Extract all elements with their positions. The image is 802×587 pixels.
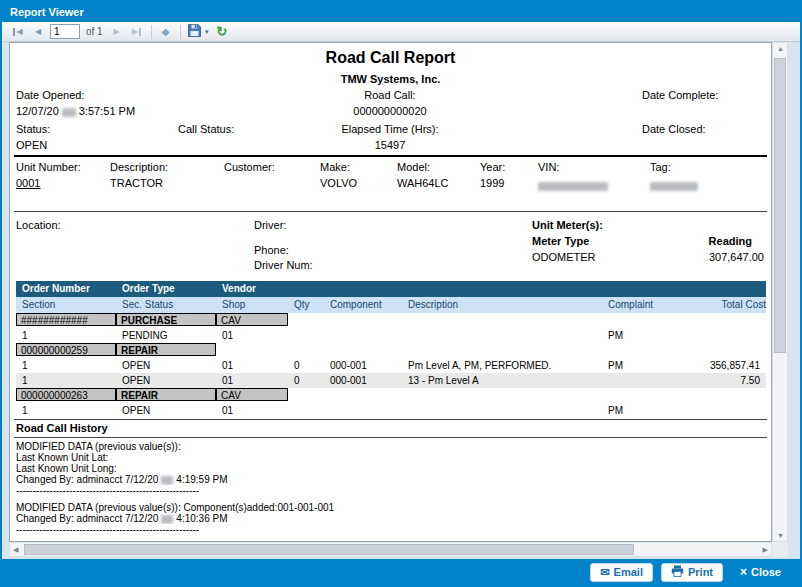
title-bar: Report Viewer xyxy=(2,2,800,22)
parent-report-button[interactable]: ◆ xyxy=(158,24,174,40)
complaint-cell: PM xyxy=(608,328,623,343)
divider xyxy=(14,155,767,157)
toolbar-separator xyxy=(180,25,181,39)
table-row: 1 OPEN 01 PM xyxy=(10,403,772,418)
email-icon: ✉ xyxy=(600,566,609,579)
history-line: Changed By: adminacct 7/12/204:19:59 PM xyxy=(16,474,764,485)
email-button[interactable]: ✉ Email xyxy=(590,563,653,582)
sec-status-cell: OPEN xyxy=(122,403,150,418)
history-separator: ----------------------------------------… xyxy=(16,485,764,496)
orders-column-header: Section Sec. Status Shop Qty Component D… xyxy=(16,297,766,313)
make-label: Make: xyxy=(320,161,350,173)
component-cell: 000-001 xyxy=(330,373,367,388)
phone-label: Phone: xyxy=(254,244,289,256)
order-type-cell: REPAIR xyxy=(116,388,216,401)
location-label: Location: xyxy=(16,219,61,231)
unit-number-label: Unit Number: xyxy=(16,161,81,173)
report-page: Road Call Report TMW Systems, Inc. Date … xyxy=(9,42,772,542)
order-number-link[interactable]: ############ xyxy=(16,313,116,326)
vertical-scrollbar[interactable]: ▲ ▼ xyxy=(772,42,788,542)
table-row: 1 PENDING 01 PM xyxy=(10,328,772,343)
call-status-label: Call Status: xyxy=(178,123,234,135)
chevron-down-icon: ▼ xyxy=(204,29,210,35)
driver-label: Driver: xyxy=(254,219,286,231)
vertical-scrollbar-thumb[interactable] xyxy=(774,58,786,353)
model-value: WAH64LC xyxy=(397,177,449,189)
section-cell: 1 xyxy=(22,403,28,418)
scroll-left-icon[interactable]: ◀ xyxy=(13,546,18,554)
year-label: Year: xyxy=(480,161,505,173)
date-complete-label: Date Complete: xyxy=(642,89,718,101)
page-count-label: of 1 xyxy=(84,26,105,37)
elapsed-time-value: 15497 xyxy=(270,139,510,151)
divider xyxy=(14,419,767,420)
redacted-text xyxy=(161,515,173,524)
description-cell: 13 - Pm Level A xyxy=(408,373,479,388)
unit-number-link[interactable]: 0001 xyxy=(16,177,40,189)
horizontal-scrollbar-thumb[interactable] xyxy=(24,544,634,555)
unit-description-value: TRACTOR xyxy=(110,177,163,189)
page-number-input[interactable] xyxy=(50,24,80,39)
first-page-button[interactable]: ◀ xyxy=(10,24,26,40)
qty-cell: 0 xyxy=(294,373,300,388)
order-type-cell: REPAIR xyxy=(116,343,216,356)
toolbar-separator xyxy=(151,25,152,39)
order-number-link[interactable]: 000000000259 xyxy=(16,343,116,356)
make-value: VOLVO xyxy=(320,177,357,189)
order-type-header: Order Type xyxy=(122,281,175,297)
redacted-text xyxy=(62,108,76,117)
report-viewer-window: Report Viewer ◀ ◀ of 1 ▶ ▶ ◆ ▼ ↻ xyxy=(0,0,802,587)
history-line: Last Known Unit Lat: xyxy=(16,452,764,463)
table-row-group: 000000000259 REPAIR xyxy=(10,343,772,358)
refresh-button[interactable]: ↻ xyxy=(214,24,230,40)
history-line: Changed By: adminacct 7/12/204:10:36 PM xyxy=(16,513,764,524)
last-page-button[interactable]: ▶ xyxy=(129,24,145,40)
report-company: TMW Systems, Inc. xyxy=(10,73,771,85)
export-button[interactable]: ▼ xyxy=(187,24,210,40)
qty-cell: 0 xyxy=(294,358,300,373)
table-row-group: ############ PURCHASE CAV xyxy=(10,313,772,328)
orders-group-header: Order Number Order Type Vendor xyxy=(16,281,766,297)
total-cost-cell: 7.50 xyxy=(692,373,760,388)
history-title: Road Call History xyxy=(16,422,108,434)
order-type-cell: PURCHASE xyxy=(116,313,216,326)
vin-label: VIN: xyxy=(538,161,559,173)
next-page-button[interactable]: ▶ xyxy=(109,24,125,40)
close-icon: × xyxy=(740,565,747,579)
description-cell: Pm Level A, PM, PERFORMED. xyxy=(408,358,551,373)
date-opened-value: 12/07/203:57:51 PM xyxy=(16,105,135,117)
driver-num-label: Driver Num: xyxy=(254,259,313,271)
previous-page-button[interactable]: ◀ xyxy=(30,24,46,40)
sec-status-cell: OPEN xyxy=(122,373,150,388)
table-row: 1 OPEN 01 0 000-001 13 - Pm Level A 7.50 xyxy=(10,373,772,388)
tag-label: Tag: xyxy=(650,161,671,173)
history-separator: ----------------------------------------… xyxy=(16,524,764,535)
next-page-icon: ▶ xyxy=(114,27,120,36)
date-opened-label: Date Opened: xyxy=(16,89,85,101)
scroll-up-icon[interactable]: ▲ xyxy=(777,45,784,52)
unit-description-label: Description: xyxy=(110,161,168,173)
divider xyxy=(14,211,767,212)
year-value: 1999 xyxy=(480,177,504,189)
unit-meters-label: Unit Meter(s): xyxy=(532,219,603,231)
road-call-value: 000000000020 xyxy=(270,105,510,117)
complaint-header: Complaint xyxy=(608,297,653,313)
scroll-down-icon[interactable]: ▼ xyxy=(777,532,784,539)
divider xyxy=(14,437,767,438)
sec-status-cell: PENDING xyxy=(122,328,168,343)
parent-report-icon: ◆ xyxy=(162,26,170,37)
section-cell: 1 xyxy=(22,328,28,343)
elapsed-time-label: Elapsed Time (Hrs): xyxy=(270,123,510,135)
window-title: Report Viewer xyxy=(10,6,84,18)
meter-type-value: ODOMETER xyxy=(532,251,596,263)
close-button[interactable]: × Close xyxy=(731,563,790,582)
horizontal-scrollbar[interactable]: ◀ ▶ xyxy=(9,542,772,557)
description-header: Description xyxy=(408,297,458,313)
order-number-link[interactable]: 000000000263 xyxy=(16,388,116,401)
redacted-text xyxy=(161,476,173,485)
component-header: Component xyxy=(330,297,382,313)
scroll-right-icon[interactable]: ▶ xyxy=(763,546,768,554)
print-button[interactable]: Print xyxy=(661,563,723,582)
refresh-icon: ↻ xyxy=(216,24,227,39)
footer-bar: ✉ Email Print × Close xyxy=(2,559,800,585)
